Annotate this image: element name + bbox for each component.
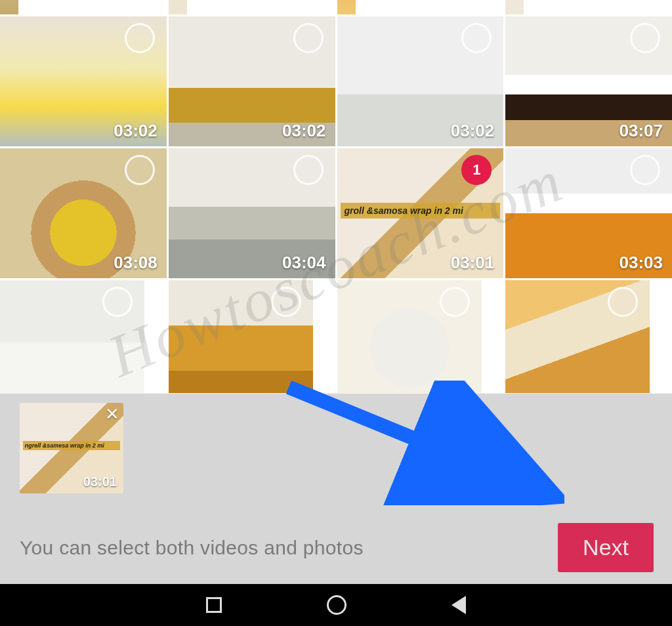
select-toggle[interactable]	[630, 155, 660, 185]
select-toggle[interactable]	[125, 155, 155, 185]
duration-label: 03:01	[83, 474, 117, 490]
media-tile[interactable]: 03:04	[169, 148, 335, 278]
back-icon[interactable]	[452, 596, 466, 614]
media-tile[interactable]	[505, 280, 650, 393]
media-tile[interactable]: 03:02	[337, 16, 504, 146]
next-button[interactable]: Next	[558, 523, 654, 572]
remove-selected-icon[interactable]: ✕	[105, 406, 119, 423]
media-tile[interactable]: groll &samosa wrap in 2 mi 1 03:01	[337, 148, 504, 278]
collage-caption: ngrell &samesa wrap in 2 mi	[23, 441, 121, 450]
media-tile[interactable]	[505, 0, 524, 14]
select-toggle[interactable]	[293, 155, 324, 185]
selection-hint: You can select both videos and photos	[20, 537, 364, 559]
media-tile[interactable]	[337, 280, 482, 393]
media-tile[interactable]	[169, 0, 187, 14]
media-tile[interactable]: 03:08	[0, 148, 167, 278]
select-toggle[interactable]	[630, 23, 660, 53]
android-navbar	[0, 584, 672, 626]
duration-label: 03:02	[114, 121, 158, 141]
media-tile[interactable]	[0, 280, 144, 393]
action-row: You can select both videos and photos Ne…	[20, 523, 654, 572]
select-toggle[interactable]	[125, 23, 155, 53]
selected-item[interactable]: ngrell &samesa wrap in 2 mi ✕ 03:01	[20, 403, 123, 493]
duration-label: 03:02	[451, 121, 495, 141]
duration-label: 03:02	[282, 121, 326, 141]
select-toggle[interactable]	[293, 23, 324, 53]
duration-label: 03:07	[620, 121, 663, 141]
media-tile[interactable]: 03:02	[0, 16, 167, 146]
media-tile[interactable]	[0, 0, 18, 14]
select-toggle[interactable]	[440, 287, 470, 317]
media-tile[interactable]: 03:02	[169, 16, 335, 146]
duration-label: 03:04	[282, 253, 326, 273]
select-toggle[interactable]	[461, 23, 492, 53]
duration-label: 03:01	[451, 253, 495, 273]
media-tile[interactable]: 03:03	[505, 148, 672, 278]
recent-apps-icon[interactable]	[206, 597, 222, 613]
collage-caption: groll &samosa wrap in 2 mi	[341, 203, 501, 219]
media-picker-screen: 03:02 03:02 03:02 03:07 03:08 03:04	[0, 0, 672, 584]
media-tile[interactable]	[337, 0, 356, 14]
media-tile[interactable]	[169, 280, 313, 393]
media-grid: 03:02 03:02 03:02 03:07 03:08 03:04	[0, 0, 672, 393]
home-icon[interactable]	[327, 595, 346, 615]
duration-label: 03:03	[620, 253, 663, 273]
media-tile[interactable]: 03:07	[505, 16, 672, 146]
selected-strip: ngrell &samesa wrap in 2 mi ✕ 03:01	[20, 403, 654, 493]
selection-tray: ngrell &samesa wrap in 2 mi ✕ 03:01 You …	[0, 394, 672, 584]
duration-label: 03:08	[114, 253, 158, 273]
